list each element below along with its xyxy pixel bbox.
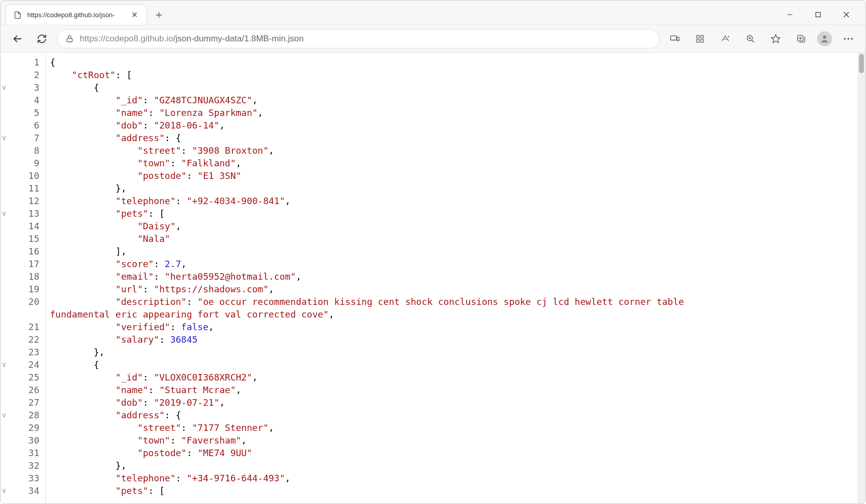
tab-close-button[interactable]: ✕ bbox=[129, 10, 139, 20]
fold-toggle[interactable]: v bbox=[1, 484, 8, 497]
window-controls bbox=[776, 5, 860, 25]
minimize-button[interactable] bbox=[776, 5, 804, 25]
browser-tab[interactable]: https://codepo8.github.io/json- ✕ bbox=[6, 5, 147, 25]
line-number: 3 bbox=[8, 81, 39, 94]
line-number: 25 bbox=[8, 371, 39, 384]
line-number: 2 bbox=[8, 69, 39, 81]
svg-point-21 bbox=[823, 35, 827, 39]
svg-point-24 bbox=[851, 38, 853, 40]
line-number: 34 bbox=[8, 484, 39, 497]
line-number: 10 bbox=[8, 169, 39, 182]
url-text: https://codepo8.github.io/json-dummy-dat… bbox=[80, 34, 651, 44]
line-number: 8 bbox=[8, 144, 39, 157]
svg-point-23 bbox=[847, 38, 849, 40]
fold-gutter: v v v v v v bbox=[1, 53, 8, 503]
browser-window: https://codepo8.github.io/json- ✕ ＋ bbox=[0, 0, 866, 504]
url-host: https://codepo8.github.io bbox=[80, 34, 173, 43]
zoom-icon[interactable] bbox=[741, 30, 760, 48]
line-number: 27 bbox=[8, 396, 39, 409]
toolbar: https://codepo8.github.io/json-dummy-dat… bbox=[1, 25, 865, 53]
tab-bar: https://codepo8.github.io/json- ✕ ＋ bbox=[1, 1, 865, 25]
line-number: 7 bbox=[8, 132, 39, 144]
line-number: 14 bbox=[8, 220, 39, 232]
line-number: 29 bbox=[8, 421, 39, 434]
line-number: 30 bbox=[8, 434, 39, 447]
line-number: 32 bbox=[8, 459, 39, 472]
svg-rect-11 bbox=[701, 40, 704, 42]
svg-rect-8 bbox=[697, 35, 699, 38]
line-number: 21 bbox=[8, 321, 39, 333]
svg-line-14 bbox=[752, 40, 754, 42]
svg-rect-7 bbox=[677, 37, 679, 41]
json-content[interactable]: { "ctRoot": [ { "_id": "GZ48TCJNUAGX4SZC… bbox=[46, 53, 857, 503]
fold-toggle[interactable]: v bbox=[1, 207, 8, 220]
line-number: 17 bbox=[8, 258, 39, 270]
line-number: 6 bbox=[8, 119, 39, 132]
svg-rect-9 bbox=[701, 35, 704, 38]
line-number: 15 bbox=[8, 232, 39, 245]
read-aloud-icon[interactable] bbox=[716, 30, 734, 48]
back-button[interactable] bbox=[9, 30, 27, 48]
url-path: /json-dummy-data/1.8MB-min.json bbox=[173, 34, 304, 43]
line-number: 28 bbox=[8, 409, 39, 421]
line-number: 26 bbox=[8, 384, 39, 396]
maximize-button[interactable] bbox=[804, 5, 832, 25]
line-number: 24 bbox=[8, 358, 39, 371]
more-menu-icon[interactable] bbox=[839, 30, 857, 48]
lock-icon bbox=[66, 35, 74, 43]
line-number: 33 bbox=[8, 472, 39, 484]
fold-toggle[interactable]: v bbox=[1, 409, 8, 421]
line-number: 19 bbox=[8, 283, 39, 295]
line-number: 11 bbox=[8, 182, 39, 195]
line-number: 9 bbox=[8, 157, 39, 169]
scrollbar-thumb[interactable] bbox=[859, 54, 864, 73]
line-number: 18 bbox=[8, 270, 39, 283]
toolbar-right bbox=[666, 30, 857, 48]
address-bar[interactable]: https://codepo8.github.io/json-dummy-dat… bbox=[57, 29, 660, 48]
line-number: 13 bbox=[8, 207, 39, 220]
line-number: 1 bbox=[8, 56, 39, 69]
fold-toggle[interactable]: v bbox=[1, 81, 8, 94]
file-icon bbox=[13, 11, 22, 20]
line-number: 20 bbox=[8, 295, 39, 308]
line-number: 23 bbox=[8, 346, 39, 358]
svg-point-22 bbox=[844, 38, 846, 40]
fold-toggle[interactable]: v bbox=[1, 358, 8, 371]
favorite-icon[interactable] bbox=[767, 30, 785, 48]
line-number: 22 bbox=[8, 333, 39, 346]
devices-icon[interactable] bbox=[666, 30, 684, 48]
close-window-button[interactable] bbox=[832, 5, 860, 25]
profile-avatar[interactable] bbox=[817, 31, 832, 46]
app-grid-icon[interactable] bbox=[691, 30, 709, 48]
line-number: 16 bbox=[8, 245, 39, 258]
fold-toggle[interactable]: v bbox=[1, 132, 8, 144]
svg-rect-1 bbox=[816, 13, 821, 17]
vertical-scrollbar[interactable] bbox=[857, 53, 865, 503]
line-number: 4 bbox=[8, 94, 39, 106]
json-viewer: v v v v v v 1234567891011121314151617181… bbox=[1, 53, 865, 503]
new-tab-button[interactable]: ＋ bbox=[150, 6, 168, 24]
line-number: 5 bbox=[8, 106, 39, 119]
collections-icon[interactable] bbox=[792, 30, 810, 48]
line-number: 31 bbox=[8, 447, 39, 459]
line-number: 12 bbox=[8, 195, 39, 207]
line-number-gutter: 1234567891011121314151617181920 21222324… bbox=[8, 53, 46, 503]
svg-marker-17 bbox=[772, 35, 780, 43]
svg-rect-6 bbox=[671, 36, 677, 40]
svg-rect-5 bbox=[67, 38, 73, 42]
tab-title: https://codepo8.github.io/json- bbox=[27, 11, 124, 19]
svg-rect-10 bbox=[697, 40, 699, 42]
refresh-button[interactable] bbox=[33, 30, 51, 48]
